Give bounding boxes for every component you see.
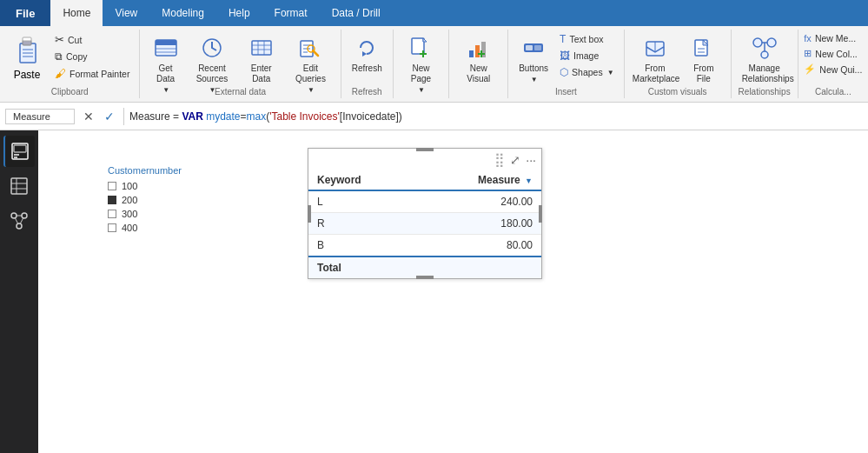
external-data-items: Get Data ▼ Recent Sources ▼ bbox=[145, 31, 335, 109]
sidebar-data-view-button[interactable] bbox=[3, 170, 35, 202]
resize-right[interactable] bbox=[539, 205, 542, 223]
shapes-label: Shapes bbox=[572, 67, 603, 77]
ribbon-group-insert: Buttons ▼ T Text box 🖼 Image ⬡ Shapes ▼ bbox=[508, 30, 624, 98]
table-row: L 240.00 bbox=[308, 190, 541, 213]
refresh-group-label: Refresh bbox=[341, 87, 393, 97]
formula-name: Measure bbox=[5, 109, 75, 124]
svg-line-61 bbox=[20, 217, 23, 224]
legend-label-400: 400 bbox=[122, 223, 137, 233]
from-file-button[interactable]: From File bbox=[682, 31, 726, 87]
new-visual-icon bbox=[465, 34, 493, 62]
new-visual-label: New Visual bbox=[460, 63, 497, 84]
resize-top[interactable] bbox=[416, 148, 434, 151]
new-column-button[interactable]: ⊞ New Col... bbox=[799, 46, 866, 61]
cut-button[interactable]: ✂ Cut bbox=[50, 31, 134, 48]
manage-relationships-label: Manage Relationships bbox=[742, 63, 787, 84]
legend-label-100: 100 bbox=[122, 181, 137, 191]
total-label: Total bbox=[308, 256, 415, 278]
copy-button[interactable]: ⧉ Copy bbox=[50, 49, 134, 64]
refresh-button[interactable]: Refresh bbox=[347, 31, 388, 77]
shapes-dropdown[interactable]: ▼ bbox=[607, 69, 614, 77]
new-page-label: New Page bbox=[404, 63, 439, 84]
ribbon-group-new-page: New Page ▼ bbox=[394, 30, 450, 98]
enter-data-button[interactable]: Enter Data bbox=[238, 31, 284, 87]
from-file-icon bbox=[690, 34, 718, 62]
format-painter-label: Format Painter bbox=[70, 69, 129, 79]
svg-rect-35 bbox=[526, 45, 533, 50]
formula-measure-label: Measure = bbox=[129, 110, 182, 123]
svg-rect-29 bbox=[469, 50, 474, 57]
edit-queries-icon bbox=[296, 34, 324, 62]
manage-relationships-button[interactable]: Manage Relationships bbox=[737, 31, 792, 87]
visual-expand-icon[interactable]: ⤢ bbox=[510, 153, 520, 167]
tab-file[interactable]: File bbox=[0, 0, 50, 26]
new-visual-button[interactable]: New Visual bbox=[454, 31, 502, 87]
ribbon-group-calculations: fx New Me... ⊞ New Col... ⚡ New Qui... C… bbox=[798, 30, 868, 98]
tab-home[interactable]: Home bbox=[50, 0, 103, 26]
text-box-button[interactable]: T Text box bbox=[555, 31, 619, 47]
ribbon-group-relationships: Manage Relationships Relationships bbox=[732, 30, 798, 98]
new-page-dropdown[interactable]: ▼ bbox=[418, 86, 425, 94]
new-page-icon bbox=[407, 34, 434, 62]
svg-rect-49 bbox=[14, 145, 26, 152]
tab-data-drill[interactable]: Data / Drill bbox=[320, 0, 393, 26]
paste-label: Paste bbox=[14, 69, 41, 81]
formula-confirm-button[interactable]: ✓ bbox=[101, 108, 118, 125]
new-visual-items: New Visual bbox=[454, 31, 502, 99]
cut-label: Cut bbox=[68, 35, 82, 45]
tab-modeling[interactable]: Modeling bbox=[149, 0, 216, 26]
new-quick-icon: ⚡ bbox=[804, 63, 816, 75]
legend-item-200: 200 bbox=[108, 195, 182, 205]
sidebar-report-view-button[interactable] bbox=[3, 136, 35, 167]
from-marketplace-button[interactable]: From Marketplace bbox=[630, 31, 680, 87]
cell-keyword-r: R bbox=[308, 213, 415, 235]
custom-visuals-group-label: Custom visuals bbox=[625, 87, 731, 97]
column-measure[interactable]: Measure ▼ bbox=[415, 170, 541, 190]
sidebar-model-view-button[interactable] bbox=[3, 205, 35, 236]
visual-table: Keyword Measure ▼ L 240.00 R 180.00 bbox=[308, 170, 541, 278]
column-keyword[interactable]: Keyword bbox=[308, 170, 415, 190]
resize-bottom[interactable] bbox=[416, 276, 434, 279]
buttons-dropdown[interactable]: ▼ bbox=[531, 76, 538, 83]
svg-rect-24 bbox=[412, 38, 424, 54]
legend-label-200: 200 bbox=[122, 195, 137, 205]
image-label: Image bbox=[573, 50, 599, 61]
tab-help[interactable]: Help bbox=[216, 0, 262, 26]
paste-button[interactable]: Paste bbox=[5, 31, 49, 93]
calculations-group-label: Calcula... bbox=[798, 87, 868, 97]
visual-widget[interactable]: ⣿ ⤢ ··· Keyword Measure ▼ L bbox=[308, 148, 542, 279]
new-page-button[interactable]: New Page ▼ bbox=[399, 31, 444, 97]
canvas-area[interactable]: Customernumber 100 200 300 400 bbox=[38, 130, 868, 453]
buttons-icon bbox=[520, 34, 547, 62]
formula-cancel-button[interactable]: ✕ bbox=[80, 108, 97, 125]
cell-measure-r: 180.00 bbox=[415, 213, 541, 235]
text-box-icon: T bbox=[560, 33, 566, 45]
buttons-button[interactable]: Buttons ▼ bbox=[514, 31, 553, 86]
legend-box-300 bbox=[108, 210, 116, 218]
ribbon-bar: Paste ✂ Cut ⧉ Copy 🖌 Format Painter Clip… bbox=[0, 26, 868, 103]
new-page-items: New Page ▼ bbox=[399, 31, 444, 109]
cell-measure-b: 80.00 bbox=[415, 235, 541, 257]
shapes-button[interactable]: ⬡ Shapes ▼ bbox=[555, 64, 619, 80]
new-measure-button[interactable]: fx New Me... bbox=[799, 31, 866, 45]
from-marketplace-icon bbox=[641, 34, 669, 62]
insert-col: T Text box 🖼 Image ⬡ Shapes ▼ bbox=[555, 31, 619, 92]
resize-left[interactable] bbox=[308, 205, 311, 223]
legend-box-400 bbox=[108, 223, 116, 232]
tab-view[interactable]: View bbox=[103, 0, 149, 26]
ribbon-group-custom-visuals: From Marketplace From File Custom visual… bbox=[625, 30, 732, 98]
legend-item-100: 100 bbox=[108, 181, 182, 191]
ribbon-group-refresh: Refresh Refresh bbox=[341, 30, 394, 98]
paste-icon bbox=[13, 35, 41, 69]
image-button[interactable]: 🖼 Image bbox=[555, 48, 619, 63]
recent-sources-label: Recent Sources bbox=[193, 63, 232, 84]
new-quick-button[interactable]: ⚡ New Qui... bbox=[799, 62, 866, 77]
legend-label-300: 300 bbox=[122, 209, 137, 219]
enter-data-label: Enter Data bbox=[243, 63, 279, 84]
main-area: Customernumber 100 200 300 400 bbox=[0, 130, 868, 453]
tab-format[interactable]: Format bbox=[262, 0, 320, 26]
format-painter-button[interactable]: 🖌 Format Painter bbox=[50, 65, 134, 82]
visual-more-icon[interactable]: ··· bbox=[526, 153, 536, 167]
insert-group-label: Insert bbox=[508, 87, 623, 97]
new-quick-label: New Qui... bbox=[819, 64, 862, 75]
